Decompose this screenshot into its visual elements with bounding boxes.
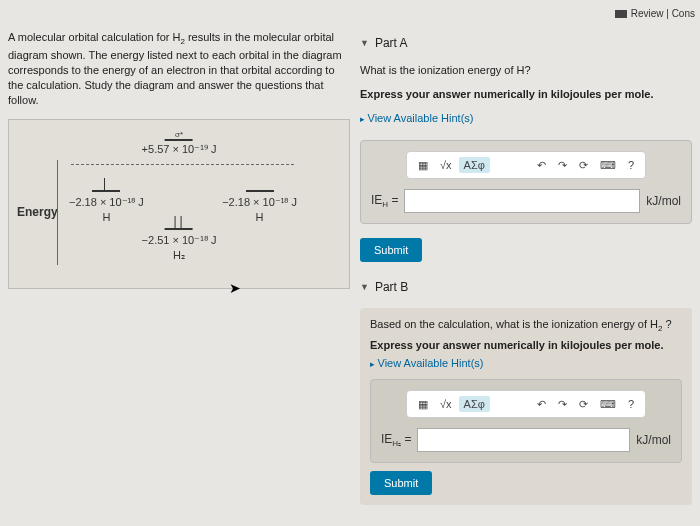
part-b-prefix: IEH₂ = — [381, 432, 411, 448]
main-container: A molecular orbital calculation for H2 r… — [0, 0, 700, 526]
help-button[interactable]: ? — [623, 157, 639, 173]
part-a-prefix: IEH = — [371, 193, 398, 209]
sigma-star-orbital: σ* +5.57 × 10⁻¹⁹ J — [142, 130, 217, 156]
part-a-submit-button[interactable]: Submit — [360, 238, 422, 262]
help-button[interactable]: ? — [623, 396, 639, 412]
redo-icon[interactable]: ↷ — [553, 157, 572, 174]
part-b-header[interactable]: ▼ Part B — [360, 274, 692, 302]
undo-icon[interactable]: ↶ — [532, 396, 551, 413]
sigma-label: H₂ — [142, 249, 217, 262]
h-left-level — [92, 190, 120, 192]
h-left-label: H — [69, 211, 144, 223]
templates-button[interactable]: ΑΣφ — [459, 396, 490, 412]
sigma-level — [165, 228, 193, 230]
sigma-bonding-orbital: −2.51 × 10⁻¹⁸ J H₂ — [142, 228, 217, 262]
sigma-star-level — [165, 139, 193, 141]
h-left-value: −2.18 × 10⁻¹⁸ J — [69, 196, 144, 209]
part-a-header[interactable]: ▼ Part A — [360, 30, 692, 58]
templates-button[interactable]: ΑΣφ — [459, 157, 490, 173]
h-right-orbital: −2.18 × 10⁻¹⁸ J H — [222, 190, 297, 223]
part-b-container: Based on the calculation, what is the io… — [360, 308, 692, 505]
redo-icon[interactable]: ↷ — [553, 396, 572, 413]
energy-axis — [57, 160, 58, 265]
part-b-submit-button[interactable]: Submit — [370, 471, 432, 495]
part-b-input-box: ▦ √x ΑΣφ ↶ ↷ ⟳ ⌨ ? IEH₂ = kJ/mol — [370, 379, 682, 463]
h-right-value: −2.18 × 10⁻¹⁸ J — [222, 196, 297, 209]
part-a-toolbar: ▦ √x ΑΣφ ↶ ↷ ⟳ ⌨ ? — [406, 151, 646, 179]
cursor-icon: ➤ — [229, 280, 241, 296]
part-a-hint-link[interactable]: View Available Hint(s) — [360, 112, 692, 124]
part-b-question: Based on the calculation, what is the io… — [370, 318, 682, 333]
reset-icon[interactable]: ⟳ — [574, 396, 593, 413]
problem-statement: A molecular orbital calculation for H2 r… — [8, 30, 350, 107]
part-a-title: Part A — [375, 36, 408, 50]
caret-down-icon: ▼ — [360, 282, 369, 292]
answer-column: ▼ Part A What is the ionization energy o… — [360, 30, 692, 518]
review-link[interactable]: Review | Cons — [615, 8, 695, 19]
h-right-level — [246, 190, 274, 192]
part-a-answer-input[interactable] — [404, 189, 640, 213]
sigma-value: −2.51 × 10⁻¹⁸ J — [142, 234, 217, 247]
part-a-answer-row: IEH = kJ/mol — [371, 189, 681, 213]
sqrt-icon[interactable]: √x — [435, 157, 457, 173]
undo-icon[interactable]: ↶ — [532, 157, 551, 174]
part-a-input-box: ▦ √x ΑΣφ ↶ ↷ ⟳ ⌨ ? IEH = kJ/mol — [360, 140, 692, 224]
format-icon[interactable]: ▦ — [413, 157, 433, 174]
part-b-answer-input[interactable] — [417, 428, 630, 452]
reset-icon[interactable]: ⟳ — [574, 157, 593, 174]
part-a-instruction: Express your answer numerically in kiloj… — [360, 88, 692, 100]
caret-down-icon: ▼ — [360, 38, 369, 48]
part-b-answer-row: IEH₂ = kJ/mol — [381, 428, 671, 452]
part-b-title: Part B — [375, 280, 408, 294]
part-b-unit: kJ/mol — [636, 433, 671, 447]
part-b-toolbar: ▦ √x ΑΣφ ↶ ↷ ⟳ ⌨ ? — [406, 390, 646, 418]
flag-icon — [615, 10, 627, 18]
dashed-connector — [71, 164, 294, 165]
keyboard-icon[interactable]: ⌨ — [595, 396, 621, 413]
h-right-label: H — [222, 211, 297, 223]
part-a-question: What is the ionization energy of H? — [360, 64, 692, 76]
problem-column: A molecular orbital calculation for H2 r… — [8, 30, 350, 518]
molecular-orbital-diagram: Energy σ* +5.57 × 10⁻¹⁹ J −2.18 × 10⁻¹⁸ … — [8, 119, 350, 289]
part-b-hint-link[interactable]: View Available Hint(s) — [370, 357, 682, 369]
keyboard-icon[interactable]: ⌨ — [595, 157, 621, 174]
format-icon[interactable]: ▦ — [413, 396, 433, 413]
part-a-unit: kJ/mol — [646, 194, 681, 208]
sigma-star-symbol: σ* — [142, 130, 217, 139]
h-left-orbital: −2.18 × 10⁻¹⁸ J H — [69, 190, 144, 223]
sqrt-icon[interactable]: √x — [435, 396, 457, 412]
sigma-star-value: +5.57 × 10⁻¹⁹ J — [142, 143, 217, 156]
energy-axis-label: Energy — [17, 205, 58, 219]
part-b-instruction: Express your answer numerically in kiloj… — [370, 339, 682, 351]
